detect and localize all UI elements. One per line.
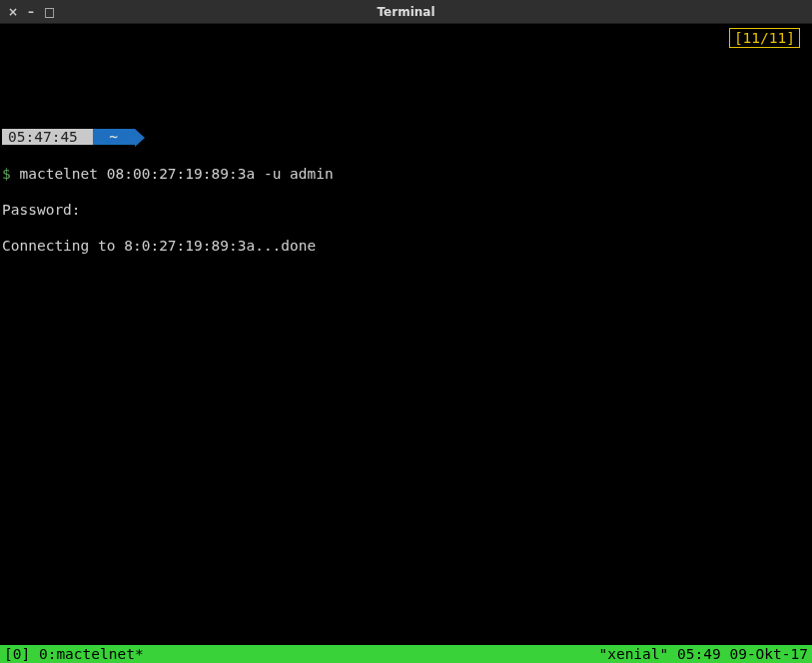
window-title: Terminal (377, 5, 434, 19)
pane-badge: [11/11] (729, 28, 800, 48)
chevron-right-icon (135, 129, 145, 147)
close-icon[interactable]: × (8, 6, 18, 18)
minimize-icon[interactable]: – (28, 6, 34, 18)
status-host: "xenial" (598, 646, 668, 662)
blank (2, 273, 810, 291)
status-time: 05:49 (677, 646, 721, 662)
prompt-symbol: $ (2, 166, 11, 182)
blank (2, 380, 810, 398)
blank (2, 344, 810, 362)
blank (2, 560, 810, 578)
blank (2, 524, 810, 542)
prompt-time: 05:47:45 (2, 129, 93, 145)
command-text: mactelnet 08:00:27:19:89:3a -u admin (19, 166, 333, 182)
command-line: $ mactelnet 08:00:27:19:89:3a -u admin (2, 165, 810, 183)
output-line: Password: (2, 201, 810, 219)
blank (2, 309, 810, 327)
prompt-dir: ~ (93, 129, 135, 145)
maximize-icon[interactable]: □ (44, 6, 55, 18)
blank (2, 452, 810, 470)
titlebar[interactable]: × – □ Terminal (0, 0, 812, 24)
blank (2, 488, 810, 506)
status-date: 09-Okt-17 (729, 646, 808, 662)
terminal-body[interactable]: [11/11] 05:47:45 ~ $ mactelnet 08:00:27:… (0, 24, 812, 663)
prompt-segments: 05:47:45 ~ (2, 128, 810, 147)
output-line: Connecting to 8:0:27:19:89:3a...done (2, 237, 810, 255)
terminal-window: × – □ Terminal [11/11] 05:47:45 ~ $ mact… (0, 0, 812, 663)
blank (2, 596, 810, 614)
status-session: [0] (4, 646, 30, 662)
tmux-statusbar: [0] 0:mactelnet*"xenial" 05:49 09-Okt-17 (0, 645, 812, 663)
status-window: 0:mactelnet* (30, 646, 144, 662)
blank (2, 416, 810, 434)
window-controls: × – □ (8, 6, 55, 18)
